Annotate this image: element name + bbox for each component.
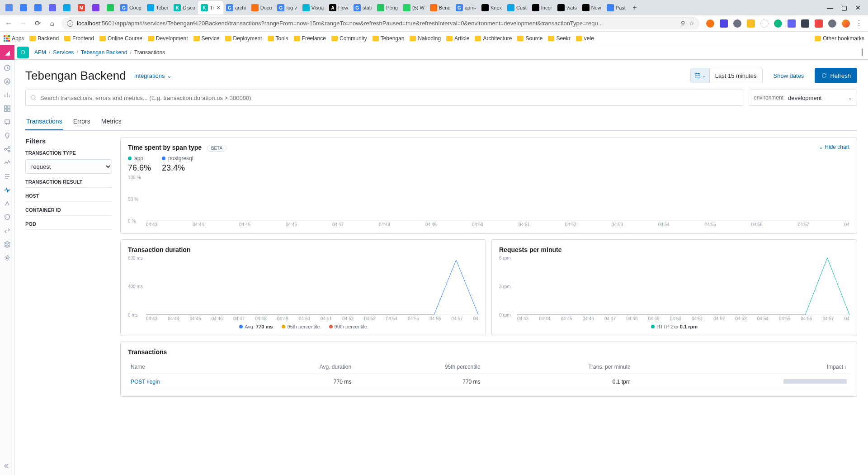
browser-tab[interactable]: Incor xyxy=(529,1,555,14)
date-picker[interactable]: ⌄ Last 15 minutes xyxy=(690,68,763,83)
browser-tab[interactable]: New xyxy=(580,1,604,14)
nav-ml-icon[interactable] xyxy=(4,146,11,153)
refresh-button[interactable]: Refresh xyxy=(815,68,857,83)
col-tpm[interactable]: Trans. per minute xyxy=(483,360,633,374)
window-minimize[interactable]: — xyxy=(827,4,833,11)
breadcrumb-apm[interactable]: APM xyxy=(34,49,46,56)
nav-stack-icon[interactable] xyxy=(4,241,11,248)
browser-tab[interactable] xyxy=(16,1,31,14)
window-maximize[interactable]: ▢ xyxy=(841,4,847,11)
search-input[interactable] xyxy=(40,95,739,101)
show-dates-link[interactable]: Show dates xyxy=(767,72,811,79)
col-avg[interactable]: Avg. duration xyxy=(237,360,354,374)
bookmark-folder[interactable]: Seekr xyxy=(548,35,570,42)
bookmark-folder[interactable]: Development xyxy=(148,35,188,42)
browser-tab[interactable]: Gstati xyxy=(351,1,374,14)
hide-chart-link[interactable]: ⌄ Hide chart xyxy=(819,144,849,150)
bookmark-folder[interactable]: Freelance xyxy=(294,35,326,42)
space-selector[interactable]: D xyxy=(17,47,29,58)
browser-tab[interactable]: Past xyxy=(604,1,628,14)
browser-tab[interactable]: Garchi xyxy=(223,1,249,14)
omnibox-search-icon[interactable]: ⚲ xyxy=(681,20,685,27)
bookmark-folder[interactable]: Nakoding xyxy=(410,35,441,42)
browser-tab[interactable]: Cust xyxy=(505,1,529,14)
omnibox-star-icon[interactable]: ☆ xyxy=(689,20,694,27)
breadcrumb-services[interactable]: Services xyxy=(53,49,74,56)
browser-tab[interactable]: Benc xyxy=(427,1,453,14)
browser-tab[interactable] xyxy=(2,1,16,14)
bookmark-folder[interactable]: Community xyxy=(331,35,367,42)
col-name[interactable]: Name xyxy=(128,360,237,374)
nav-management-icon[interactable] xyxy=(4,254,11,261)
avatar-icon[interactable] xyxy=(842,19,850,28)
fullscreen-icon[interactable] xyxy=(862,48,863,56)
ext-icon[interactable] xyxy=(801,19,809,28)
browser-tab[interactable]: KTr✕ xyxy=(198,1,223,14)
bookmark-folder[interactable]: Service xyxy=(193,35,220,42)
ext-icon[interactable] xyxy=(747,19,755,28)
browser-tab[interactable]: GGoog xyxy=(118,1,144,14)
browser-tab[interactable]: M xyxy=(74,1,89,14)
nav-devtools-icon[interactable] xyxy=(4,227,11,234)
browser-tab[interactable]: AHow xyxy=(326,1,351,14)
nav-uptime-icon[interactable] xyxy=(4,200,11,207)
ext-icon[interactable] xyxy=(774,19,782,28)
browser-tab[interactable]: wats xyxy=(555,1,580,14)
window-close[interactable]: ✕ xyxy=(855,4,861,11)
calendar-icon[interactable]: ⌄ xyxy=(691,68,710,83)
browser-tab[interactable]: Knex xyxy=(479,1,505,14)
browser-tab[interactable] xyxy=(60,1,74,14)
browser-tab[interactable]: KDisco xyxy=(171,1,198,14)
browser-tab[interactable]: Docu xyxy=(249,1,275,14)
other-bookmarks[interactable]: Other bookmarks xyxy=(815,35,864,42)
reload-button[interactable]: ⟳ xyxy=(33,19,42,28)
browser-tab[interactable]: Glog v xyxy=(274,1,299,14)
integrations-dropdown[interactable]: Integrations ⌄ xyxy=(134,72,172,79)
filter-label-pod[interactable]: POD xyxy=(25,221,112,230)
bookmark-folder[interactable]: Article xyxy=(446,35,469,42)
bookmark-folder[interactable]: Tools xyxy=(268,35,288,42)
col-p95[interactable]: 95th percentile xyxy=(354,360,483,374)
nav-logs-icon[interactable] xyxy=(4,173,11,180)
bookmark-folder[interactable]: Architecture xyxy=(475,35,512,42)
browser-tab[interactable]: (5) W xyxy=(401,1,427,14)
nav-recent-icon[interactable] xyxy=(4,64,11,71)
ext-icon[interactable] xyxy=(788,19,796,28)
filter-label-txresult[interactable]: TRANSACTION RESULT xyxy=(25,179,112,188)
browser-tab[interactable] xyxy=(103,1,118,14)
nav-collapse-icon[interactable] xyxy=(4,462,11,470)
bookmark-folder[interactable]: vele xyxy=(576,35,594,42)
browser-tab[interactable]: Teber xyxy=(144,1,171,14)
filter-label-container[interactable]: CONTAINER ID xyxy=(25,207,112,216)
nav-maps-icon[interactable] xyxy=(4,132,11,139)
kibana-logo-icon[interactable]: ◢ xyxy=(0,45,14,60)
ext-icon[interactable] xyxy=(720,19,728,28)
table-row[interactable]: POST /login770 ms770 ms0.1 tpm xyxy=(128,374,849,390)
ext-icon[interactable] xyxy=(733,19,741,28)
browser-tab[interactable] xyxy=(89,1,103,14)
omnibox[interactable]: i localhost:5601/app/apm#/services/Teben… xyxy=(61,17,700,30)
col-impact[interactable]: Impact↓ xyxy=(633,360,849,374)
bookmark-folder[interactable]: Online Course xyxy=(99,35,142,42)
nav-apm-icon[interactable] xyxy=(4,186,11,194)
ext-icon[interactable] xyxy=(760,19,769,28)
browser-tab[interactable] xyxy=(45,1,60,14)
browser-tab[interactable] xyxy=(31,1,45,14)
nav-metrics-icon[interactable] xyxy=(4,159,11,166)
ext-icon[interactable] xyxy=(828,19,836,28)
site-info-icon[interactable]: i xyxy=(67,20,73,27)
bookmark-folder[interactable]: Deployment xyxy=(225,35,262,42)
chrome-menu-icon[interactable]: ⋮ xyxy=(855,19,863,28)
bookmark-folder[interactable]: Backend xyxy=(29,35,59,42)
home-button[interactable]: ⌂ xyxy=(47,19,57,28)
tab-metrics[interactable]: Metrics xyxy=(100,113,123,130)
ext-icon[interactable] xyxy=(706,19,714,28)
bookmark-folder[interactable]: Frontend xyxy=(64,35,94,42)
forward-button[interactable]: → xyxy=(18,19,28,28)
nav-canvas-icon[interactable] xyxy=(4,119,11,126)
back-button[interactable]: ← xyxy=(4,19,14,28)
browser-tab[interactable]: Gapm- xyxy=(453,1,479,14)
environment-select[interactable]: environment development ⌄ xyxy=(749,90,857,106)
new-tab-button[interactable]: + xyxy=(628,4,641,12)
tab-transactions[interactable]: Transactions xyxy=(25,113,63,130)
